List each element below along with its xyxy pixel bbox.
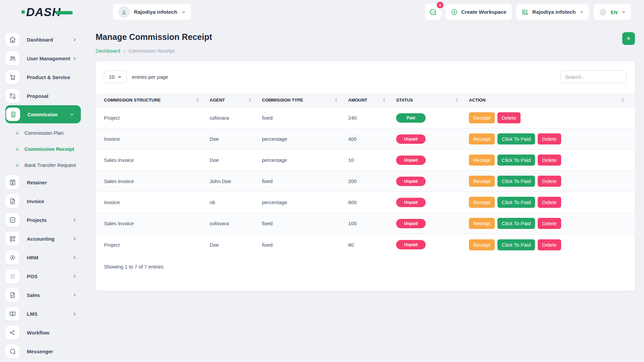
- table-row: Project Doe fixed 80 Unpaid Receipt Clic…: [96, 234, 635, 255]
- column-action[interactable]: ACTION: [469, 93, 635, 107]
- add-commission-receipt-button[interactable]: +: [622, 32, 635, 45]
- status-badge: Unpaid: [396, 198, 426, 207]
- language-selector[interactable]: EN: [594, 4, 631, 20]
- brand-logo[interactable]: DASH: [21, 5, 73, 19]
- profile-menu[interactable]: Rajodiya infotech: [113, 4, 191, 20]
- sort-icon: [249, 98, 251, 102]
- delete-button[interactable]: Delete: [538, 239, 561, 250]
- column-commission-type[interactable]: COMMISSION TYPE: [262, 93, 348, 107]
- column-amount[interactable]: AMOUNT: [348, 93, 396, 107]
- status-badge: Unpaid: [396, 177, 426, 186]
- click-to-paid-button[interactable]: Click To Paid: [497, 197, 535, 208]
- workspace-name: Rajodiya infotech: [532, 9, 576, 15]
- sidebar-item-product-service[interactable]: Product & Service: [5, 68, 86, 86]
- sidebar-item-lms[interactable]: LMS: [5, 304, 86, 323]
- sidebar-subitem-commission-receipt[interactable]: Commission Receipt: [5, 141, 86, 157]
- sidebar-item-accounting[interactable]: Accounting: [5, 229, 86, 248]
- chevron-down-icon: [117, 75, 122, 79]
- receipt-button[interactable]: Receipt: [469, 239, 495, 250]
- click-to-paid-button[interactable]: Click To Paid: [497, 176, 535, 187]
- sidebar-item-label: User Management: [27, 56, 70, 61]
- cell-amount: 800: [348, 192, 396, 213]
- sidebar-item-pos[interactable]: POS: [5, 267, 86, 286]
- delete-button[interactable]: Delete: [538, 155, 561, 166]
- sidebar-item-messenger[interactable]: Messenger: [5, 342, 86, 361]
- messages-count-badge: 0: [437, 2, 443, 8]
- sidebar-item-sales[interactable]: Sales: [5, 286, 86, 304]
- breadcrumb: Dashboard › Commission Receipt: [96, 48, 635, 54]
- click-to-paid-button[interactable]: Click To Paid: [497, 155, 535, 166]
- breadcrumb-dashboard-link[interactable]: Dashboard: [96, 48, 120, 54]
- column-commission-structure[interactable]: COMMISSION STRUCTURE: [96, 93, 210, 107]
- cell-amount: 240: [348, 107, 396, 128]
- sidebar-item-label: Accounting: [27, 236, 55, 242]
- cell-status: Unpaid: [396, 171, 469, 192]
- sidebar-item-dashboard[interactable]: Dashboard: [5, 30, 86, 49]
- sidebar-item-commission[interactable]: Commission: [5, 105, 81, 123]
- cell-type: fixed: [262, 171, 348, 192]
- cell-agent: nb: [210, 192, 262, 213]
- column-status[interactable]: STATUS: [396, 93, 469, 107]
- delete-button[interactable]: Delete: [538, 133, 561, 144]
- sidebar-item-projects[interactable]: Projects: [5, 210, 86, 229]
- cell-type: fixed: [262, 107, 348, 128]
- logo-dot-icon: [21, 10, 25, 14]
- column-agent[interactable]: AGENT: [210, 93, 262, 107]
- cell-status: Unpaid: [396, 213, 469, 234]
- sidebar-item-hrm[interactable]: HRM: [5, 248, 86, 267]
- header-actions: 0 Create Workspace Rajodiya infotech: [425, 4, 631, 20]
- search-input[interactable]: [560, 70, 627, 83]
- workspace-selector[interactable]: Rajodiya infotech: [516, 4, 589, 20]
- create-workspace-button[interactable]: Create Workspace: [445, 4, 512, 20]
- status-badge: Unpaid: [396, 240, 426, 249]
- save-icon: [5, 175, 19, 189]
- chevron-right-icon: [72, 218, 77, 222]
- receipt-button[interactable]: Receipt: [469, 176, 495, 187]
- sidebar-item-proposal[interactable]: Proposal: [5, 86, 86, 105]
- page-head: Manage Commission Receipt +: [96, 32, 635, 45]
- cell-actions: Receipt Click To Paid Delete: [469, 234, 635, 255]
- messages-button[interactable]: 0: [425, 4, 441, 20]
- click-to-paid-button[interactable]: Click To Paid: [497, 133, 535, 144]
- receipt-button[interactable]: Receipt: [469, 112, 495, 123]
- table-controls: 10 entries per page: [96, 61, 635, 93]
- receipt-button[interactable]: Receipt: [469, 197, 495, 208]
- cell-agent: Doe: [210, 149, 262, 171]
- sidebar-item-label: Invoice: [27, 198, 44, 204]
- sidebar: Dashboard User Management Product & Serv…: [0, 24, 86, 362]
- receipt-button[interactable]: Receipt: [469, 133, 495, 144]
- delete-button[interactable]: Delete: [538, 176, 561, 187]
- grid-plus-icon: [5, 232, 19, 246]
- cell-actions: Receipt Click To Paid Delete: [469, 213, 635, 234]
- sidebar-subitem-commission-plan[interactable]: Commission Plan: [5, 125, 86, 141]
- sidebar-item-workflow[interactable]: Workflow: [5, 323, 86, 342]
- table-summary: Showing 1 to 7 of 7 entries: [96, 255, 635, 278]
- cell-actions: Receipt Click To Paid Delete: [469, 171, 635, 192]
- cell-type: fixed: [262, 213, 348, 234]
- chevron-right-icon: [72, 56, 77, 61]
- sidebar-item-label: LMS: [27, 311, 38, 317]
- dots-grid-icon: [5, 269, 19, 283]
- cell-agent: cofovara: [210, 107, 262, 128]
- sidebar-subitem-bank-transfer-request[interactable]: Bank Transfer Request: [5, 157, 86, 173]
- sidebar-item-retainer[interactable]: Retainer: [5, 173, 86, 192]
- delete-button[interactable]: Delete: [538, 197, 561, 208]
- click-to-paid-button[interactable]: Click To Paid: [497, 239, 535, 250]
- bullet-icon: [15, 131, 20, 135]
- delete-button[interactable]: Delete: [538, 218, 561, 229]
- page-size-select[interactable]: 10: [104, 70, 127, 83]
- table-row: Project cofovara fixed 240 Paid Receipt …: [96, 107, 635, 128]
- delete-button[interactable]: Delete: [497, 112, 521, 123]
- status-badge: Unpaid: [396, 156, 426, 165]
- chevron-right-icon: [72, 274, 77, 279]
- receipt-button[interactable]: Receipt: [469, 218, 495, 229]
- create-workspace-label: Create Workspace: [461, 9, 506, 15]
- cell-structure: Project: [96, 107, 210, 128]
- sidebar-item-user-management[interactable]: User Management: [5, 49, 86, 68]
- receipt-button[interactable]: Receipt: [469, 155, 495, 166]
- logo-dash-icon: [55, 11, 73, 14]
- sidebar-item-invoice[interactable]: Invoice: [5, 192, 86, 210]
- click-to-paid-button[interactable]: Click To Paid: [497, 218, 535, 229]
- file-icon: [5, 288, 19, 302]
- cell-structure: Sales Invoice: [96, 213, 210, 234]
